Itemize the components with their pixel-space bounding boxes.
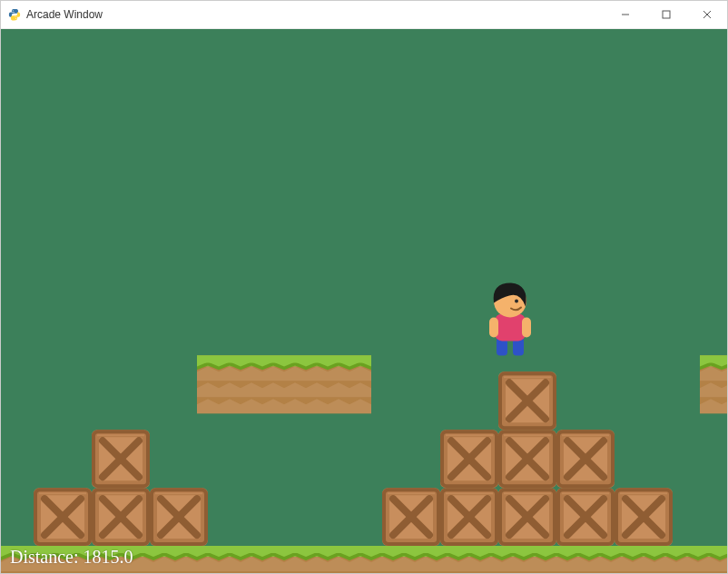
distance-hud: Distance: 1815.0 — [10, 547, 133, 568]
maximize-button[interactable] — [645, 1, 686, 28]
svg-rect-91 — [495, 313, 526, 341]
python-icon — [8, 8, 21, 21]
minimize-button[interactable] — [605, 1, 645, 28]
distance-label: Distance: — [10, 547, 84, 567]
titlebar: Arcade Window — [1, 1, 727, 29]
game-viewport[interactable]: Distance: 1815.0 — [1, 29, 727, 573]
svg-rect-93 — [522, 317, 531, 337]
window-title: Arcade Window — [26, 8, 103, 21]
close-button[interactable] — [686, 1, 727, 28]
svg-rect-92 — [489, 317, 498, 337]
game-canvas — [1, 29, 727, 573]
svg-point-95 — [515, 300, 518, 303]
distance-value: 1815.0 — [84, 547, 133, 567]
window-controls — [605, 1, 727, 28]
svg-rect-1 — [663, 11, 670, 18]
titlebar-left: Arcade Window — [1, 8, 103, 21]
application-window: Arcade Window Distance: 1815.0 — [0, 0, 728, 574]
